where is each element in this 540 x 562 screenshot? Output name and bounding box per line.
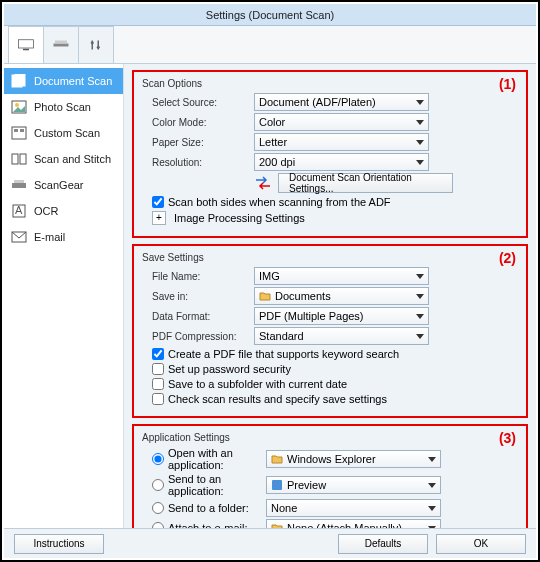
content-area: (1) Scan Options Select Source:Document …	[124, 64, 536, 528]
tab-scanner[interactable]	[43, 26, 79, 63]
tab-tools[interactable]	[78, 26, 114, 63]
send-to-app-combo[interactable]: Preview	[266, 476, 441, 494]
folder-icon	[271, 453, 283, 465]
checkbox-keyword-search[interactable]: Create a PDF file that supports keyword …	[152, 348, 518, 360]
label-resolution: Resolution:	[142, 157, 254, 168]
svg-point-7	[97, 46, 100, 49]
svg-rect-14	[20, 129, 24, 132]
sidebar-item-email[interactable]: E-mail	[4, 224, 123, 250]
top-tabs	[4, 26, 536, 64]
sidebar-item-scan-stitch[interactable]: Scan and Stitch	[4, 146, 123, 172]
email-icon	[10, 230, 28, 244]
paper-size-combo[interactable]: Letter	[254, 133, 429, 151]
expand-image-processing[interactable]: +Image Processing Settings	[152, 211, 518, 225]
section-title: Application Settings	[142, 432, 518, 443]
svg-rect-3	[55, 41, 67, 44]
section-number-2: (2)	[499, 250, 516, 266]
photo-icon	[10, 100, 28, 114]
section-app-settings: (3) Application Settings Open with an ap…	[132, 424, 528, 528]
svg-text:A: A	[15, 204, 23, 216]
label-color-mode: Color Mode:	[142, 117, 254, 128]
instructions-button[interactable]: Instructions	[14, 534, 104, 554]
svg-rect-2	[54, 44, 69, 47]
file-name-combo[interactable]: IMG	[254, 267, 429, 285]
sidebar-item-ocr[interactable]: AOCR	[4, 198, 123, 224]
folder-icon	[271, 522, 283, 528]
section-scan-options: (1) Scan Options Select Source:Document …	[132, 70, 528, 238]
window-title: Settings (Document Scan)	[4, 4, 536, 26]
section-title: Scan Options	[142, 78, 518, 89]
svg-point-11	[15, 103, 19, 107]
folder-icon	[259, 290, 271, 302]
send-to-folder-combo[interactable]: None	[266, 499, 441, 517]
swap-arrows-icon[interactable]	[254, 176, 272, 190]
checkbox-scan-both-sides[interactable]: Scan both sides when scanning from the A…	[152, 196, 518, 208]
label-save-in: Save in:	[142, 291, 254, 302]
svg-rect-13	[14, 129, 18, 132]
svg-rect-17	[12, 183, 26, 188]
sidebar-item-document-scan[interactable]: Document Scan	[4, 68, 123, 94]
stitch-icon	[10, 152, 28, 166]
section-save-settings: (2) Save Settings File Name:IMG Save in:…	[132, 244, 528, 418]
pdf-compression-combo[interactable]: Standard	[254, 327, 429, 345]
defaults-button[interactable]: Defaults	[338, 534, 428, 554]
ocr-icon: A	[10, 204, 28, 218]
sidebar-item-label: Scan and Stitch	[34, 153, 111, 165]
select-source-combo[interactable]: Document (ADF/Platen)	[254, 93, 429, 111]
svg-rect-9	[15, 74, 25, 86]
label-paper-size: Paper Size:	[142, 137, 254, 148]
sidebar: Document Scan Photo Scan Custom Scan Sca…	[4, 64, 124, 528]
svg-rect-1	[23, 49, 29, 51]
checkbox-subfolder[interactable]: Save to a subfolder with current date	[152, 378, 518, 390]
color-mode-combo[interactable]: Color	[254, 113, 429, 131]
radio-open-with[interactable]: Open with an application:	[142, 447, 266, 471]
sidebar-item-custom-scan[interactable]: Custom Scan	[4, 120, 123, 146]
open-with-combo[interactable]: Windows Explorer	[266, 450, 441, 468]
label-file-name: File Name:	[142, 271, 254, 282]
attach-email-combo[interactable]: None (Attach Manually)	[266, 519, 441, 528]
svg-rect-16	[20, 154, 26, 164]
label-data-format: Data Format:	[142, 311, 254, 322]
radio-send-to-folder[interactable]: Send to a folder:	[142, 502, 266, 514]
sidebar-item-scangear[interactable]: ScanGear	[4, 172, 123, 198]
tab-monitor[interactable]	[8, 26, 44, 63]
section-title: Save Settings	[142, 252, 518, 263]
svg-rect-15	[12, 154, 18, 164]
sidebar-item-photo-scan[interactable]: Photo Scan	[4, 94, 123, 120]
preview-icon	[271, 479, 283, 491]
ok-button[interactable]: OK	[436, 534, 526, 554]
sidebar-item-label: Document Scan	[34, 75, 112, 87]
section-number-3: (3)	[499, 430, 516, 446]
sidebar-item-label: OCR	[34, 205, 58, 217]
label-pdf-compression: PDF Compression:	[142, 331, 254, 342]
sidebar-item-label: Photo Scan	[34, 101, 91, 113]
sidebar-item-label: Custom Scan	[34, 127, 100, 139]
footer: Instructions Defaults OK	[4, 528, 536, 558]
custom-icon	[10, 126, 28, 140]
radio-attach-email[interactable]: Attach to e-mail:	[142, 522, 266, 528]
svg-rect-0	[19, 40, 34, 48]
sidebar-item-label: E-mail	[34, 231, 65, 243]
section-number-1: (1)	[499, 76, 516, 92]
svg-point-5	[91, 41, 94, 44]
sidebar-item-label: ScanGear	[34, 179, 84, 191]
document-stack-icon	[10, 74, 28, 88]
svg-rect-22	[272, 480, 282, 490]
checkbox-check-results[interactable]: Check scan results and specify save sett…	[152, 393, 518, 405]
svg-rect-18	[14, 180, 24, 183]
checkbox-password[interactable]: Set up password security	[152, 363, 518, 375]
save-in-combo[interactable]: Documents	[254, 287, 429, 305]
radio-send-to-app[interactable]: Send to an application:	[142, 473, 266, 497]
orientation-settings-button[interactable]: Document Scan Orientation Settings...	[278, 173, 453, 193]
data-format-combo[interactable]: PDF (Multiple Pages)	[254, 307, 429, 325]
resolution-combo[interactable]: 200 dpi	[254, 153, 429, 171]
svg-rect-12	[12, 127, 26, 139]
scanner-icon	[10, 178, 28, 192]
label-select-source: Select Source:	[142, 97, 254, 108]
plus-icon: +	[152, 211, 166, 225]
